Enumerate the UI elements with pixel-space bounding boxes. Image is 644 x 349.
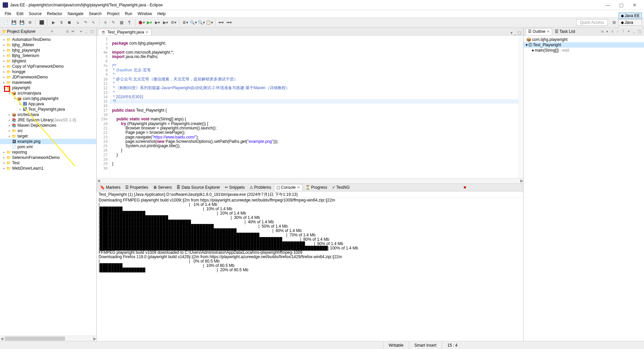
tree-twistie-icon[interactable]: ▸	[2, 156, 6, 159]
hide-static-icon[interactable]: s	[610, 29, 615, 34]
tree-item[interactable]: ▸🅹App.java	[0, 101, 96, 107]
outline-item[interactable]: ▾ⒸTest_Playwright	[524, 42, 644, 48]
tab-testng[interactable]: ✓TestNG	[330, 184, 352, 190]
maximize-view-icon[interactable]: ▢	[637, 29, 642, 34]
hide-fields-icon[interactable]: ●	[604, 29, 610, 34]
tree-twistie-icon[interactable]: ▸	[7, 118, 11, 122]
tree-item[interactable]: ▸📁src	[0, 128, 96, 133]
minimize-view-icon[interactable]: _	[84, 29, 89, 34]
menu-refactor[interactable]: Refactor	[44, 11, 65, 17]
perspective-java-ee[interactable]: ◆ Java EE	[619, 12, 642, 19]
tree-twistie-icon[interactable]: ▸	[2, 151, 6, 154]
save-all-icon[interactable]: 💾	[18, 19, 25, 26]
tab-properties[interactable]: ☰Properties	[123, 184, 150, 190]
open-console-icon[interactable]	[504, 185, 510, 190]
toggle-mark-icon[interactable]: ✎	[110, 19, 117, 26]
outline-item[interactable]: ●main(String[]) : void	[524, 48, 644, 53]
run-dropdown-icon[interactable]: ▶▾	[146, 19, 153, 26]
step-return-icon[interactable]: ↖	[90, 19, 97, 26]
tab-problems[interactable]: ⚠Problems	[248, 184, 273, 190]
menu-file[interactable]: File	[2, 11, 14, 17]
tab-servers[interactable]: 🖥Servers	[151, 184, 174, 190]
tree-item[interactable]: ▸📁WebDriverLearn1	[0, 166, 96, 171]
close-view-icon[interactable]: ✕	[49, 29, 55, 34]
external-tools-icon[interactable]: ⚙▾	[170, 19, 177, 26]
annotation-icon[interactable]: 📋▾	[206, 19, 213, 26]
tree-twistie-icon[interactable]: ▾	[526, 43, 528, 47]
toggle-breadcrumb-icon[interactable]: ≡	[102, 19, 109, 26]
editor-tab[interactable]: ☕ Test_Playwright.java ✕	[98, 29, 152, 35]
display-icon[interactable]	[498, 185, 504, 190]
debug-dropdown-icon[interactable]: 🐞▾	[138, 19, 145, 26]
new-server-icon[interactable]: 🖥▾	[181, 19, 189, 26]
save-icon[interactable]: 💾	[10, 19, 17, 26]
tree-item[interactable]: ▸📁Bjhg_Selenium	[0, 53, 96, 58]
view-menu-icon[interactable]: ▾	[511, 31, 513, 35]
remove-launch-icon[interactable]	[468, 185, 474, 190]
sort-icon[interactable]: ↓a	[599, 29, 604, 34]
maximize-button[interactable]: ▢	[614, 2, 628, 8]
tree-item[interactable]: ▸📁AutomationTestDemo	[0, 37, 96, 42]
code-area[interactable]: package com.bjhg.playwright;import com.m…	[110, 36, 519, 178]
skip-breakpoints-icon[interactable]: ⬛	[38, 19, 45, 26]
coverage-icon[interactable]: ▶▾	[154, 19, 161, 26]
close-tab-icon[interactable]: ✕	[297, 185, 300, 190]
menu-help[interactable]: Help	[155, 11, 168, 17]
tab-progress[interactable]: ⏳Progress	[303, 184, 329, 190]
tree-item[interactable]: 📄pom.xml	[0, 144, 96, 150]
tree-item[interactable]: ▸📁target	[0, 133, 96, 139]
project-tree[interactable]: ▸📁AutomationTestDemo▸📁bjhg_JMeter▸📁bjhg_…	[0, 36, 96, 336]
menu-run[interactable]: Run	[122, 11, 135, 17]
suspend-icon[interactable]: ⏸	[58, 19, 65, 26]
terminate-icon[interactable]: ⏹	[66, 19, 73, 26]
tree-twistie-icon[interactable]: ▸	[2, 38, 6, 41]
collapse-all-icon[interactable]: ⊟	[65, 29, 70, 34]
hide-local-icon[interactable]: l	[621, 29, 626, 34]
tree-item[interactable]: ▾📦com.bjhg.playwright	[0, 96, 96, 101]
tree-twistie-icon[interactable]: ▸	[2, 81, 6, 84]
min-icon[interactable]	[511, 185, 516, 190]
close-button[interactable]: ✕	[628, 2, 641, 8]
tree-item[interactable]: ▸🅹Test_Playwright.java	[0, 107, 96, 112]
tree-item[interactable]: ▸📁Copy of VipFrameworkDemo	[0, 64, 96, 69]
menu-window[interactable]: Window	[135, 11, 155, 17]
remove-all-icon[interactable]	[474, 185, 480, 190]
outline-tab-task-list[interactable]: ☰ Task List	[553, 28, 577, 35]
tree-twistie-icon[interactable]: ▸	[2, 70, 6, 73]
tree-twistie-icon[interactable]: ▸	[2, 59, 6, 63]
tree-item[interactable]: ▸📁bjhg_JMeter	[0, 42, 96, 48]
overview-ruler[interactable]	[519, 36, 523, 178]
scroll-lock-icon[interactable]	[486, 185, 492, 190]
tree-item[interactable]: ▸📦src/test/java	[0, 112, 96, 117]
quick-access-input[interactable]: Quick Access	[576, 19, 608, 26]
tree-item[interactable]: ▸📚JRE System Library [JavaSE-1.8]	[0, 117, 96, 123]
tree-twistie-icon[interactable]: ▾	[13, 97, 17, 100]
step-over-icon[interactable]: ↷	[82, 19, 89, 26]
tree-item[interactable]: 🖼example.png	[0, 139, 96, 144]
tree-twistie-icon[interactable]: ▸	[7, 113, 11, 116]
tab-data-source-explorer[interactable]: 🗄Data Source Explorer	[174, 184, 222, 190]
tree-twistie-icon[interactable]: ▸	[2, 65, 6, 68]
tree-twistie-icon[interactable]: ▸	[7, 129, 11, 132]
tree-twistie-icon[interactable]: ▸	[7, 124, 11, 127]
tree-item[interactable]: ▸📚Maven Dependencies	[0, 123, 96, 128]
resume-icon[interactable]: ▶	[50, 19, 57, 26]
minimize-button[interactable]: —	[601, 2, 614, 8]
outline-tab-outline[interactable]: ☰ Outline ✕	[526, 28, 552, 35]
back-icon[interactable]: ⬅▾	[217, 19, 225, 26]
view-menu-icon[interactable]: ▾	[626, 29, 631, 34]
menu-search[interactable]: Search	[86, 11, 104, 17]
pin-icon[interactable]	[492, 185, 498, 190]
tree-twistie-icon[interactable]: ▸	[2, 54, 6, 57]
outline-item[interactable]: 📦com.bjhg.playwright	[524, 37, 644, 42]
tree-item[interactable]: ▾📦src/main/java	[0, 91, 96, 96]
tree-item[interactable]: ▸📁mavenweb	[0, 80, 96, 85]
menu-source[interactable]: Source	[26, 11, 44, 17]
tree-twistie-icon[interactable]: ▸	[2, 75, 6, 79]
show-whitespace-icon[interactable]: ¶	[126, 19, 133, 26]
maximize-editor-icon[interactable]: ▢	[518, 31, 521, 35]
menu-project[interactable]: Project	[104, 11, 122, 17]
menu-edit[interactable]: Edit	[14, 11, 26, 17]
max-icon[interactable]	[517, 185, 522, 190]
new-icon[interactable]: 📄	[2, 19, 9, 26]
